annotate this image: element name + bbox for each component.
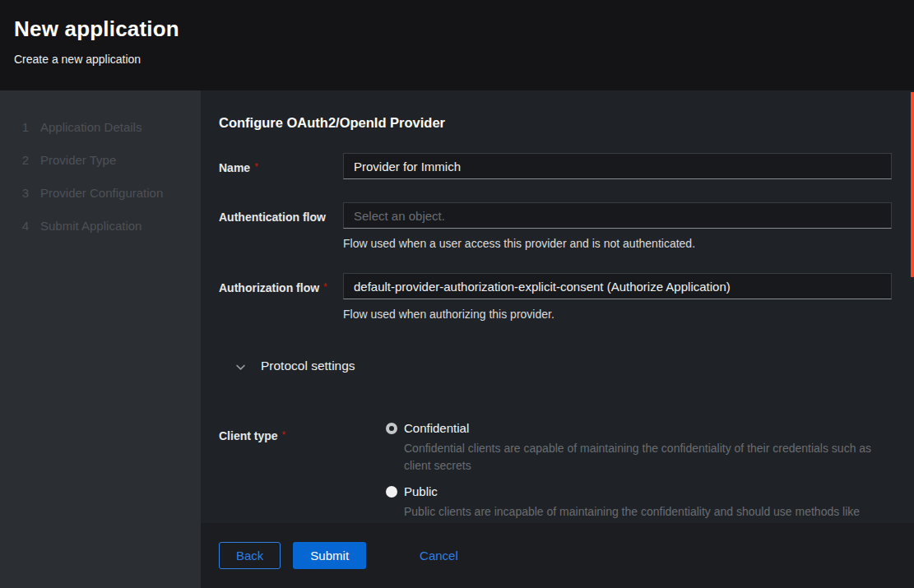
protocol-settings-toggle[interactable]: Protocol settings bbox=[219, 359, 892, 373]
name-label: Name bbox=[219, 161, 250, 174]
authentication-flow-select[interactable] bbox=[343, 202, 892, 229]
radio-public-description: Public clients are incapable of maintain… bbox=[404, 503, 879, 523]
client-type-radio-group: Confidential Confidential clients are ca… bbox=[343, 421, 892, 523]
step-label: Submit Application bbox=[40, 219, 142, 233]
radio-public[interactable] bbox=[386, 486, 397, 498]
radio-confidential-description: Confidential clients are capable of main… bbox=[404, 440, 879, 475]
client-type-label: Client type bbox=[219, 429, 278, 442]
back-button[interactable]: Back bbox=[219, 542, 281, 569]
wizard-main-panel: Configure OAuth2/OpenId Provider Name* A… bbox=[201, 90, 914, 523]
provider-form: Name* Authentication flow Flow used when… bbox=[219, 153, 892, 523]
authentication-flow-label: Authentication flow bbox=[219, 211, 326, 224]
submit-button[interactable]: Submit bbox=[293, 542, 366, 569]
step-submit-application[interactable]: 4 Submit Application bbox=[0, 209, 201, 242]
authorization-flow-select[interactable] bbox=[343, 273, 892, 299]
step-heading: Configure OAuth2/OpenId Provider bbox=[219, 115, 892, 131]
wizard-header: New application Create a new application bbox=[0, 0, 914, 90]
authorization-flow-label: Authorization flow bbox=[219, 281, 319, 294]
step-label: Provider Type bbox=[40, 153, 116, 167]
step-number: 2 bbox=[20, 153, 31, 167]
client-type-row: Client type* Confidential Confidential c… bbox=[219, 421, 892, 523]
step-provider-configuration[interactable]: 3 Provider Configuration bbox=[0, 176, 201, 209]
scrollbar-thumb[interactable] bbox=[911, 92, 914, 277]
radio-confidential[interactable] bbox=[386, 423, 397, 434]
step-number: 4 bbox=[20, 219, 31, 233]
authentication-flow-row: Authentication flow Flow used when a use… bbox=[219, 202, 892, 250]
step-provider-type[interactable]: 2 Provider Type bbox=[0, 143, 201, 176]
chevron-down-icon bbox=[235, 361, 246, 372]
cancel-link[interactable]: Cancel bbox=[420, 549, 458, 563]
page-title: New application bbox=[14, 16, 894, 42]
step-number: 1 bbox=[20, 120, 31, 134]
step-label: Provider Configuration bbox=[40, 186, 163, 200]
authorization-flow-row: Authorization flow* Flow used when autho… bbox=[219, 273, 892, 321]
client-type-option-confidential: Confidential Confidential clients are ca… bbox=[386, 421, 892, 475]
radio-public-label[interactable]: Public bbox=[404, 484, 438, 498]
client-type-option-public: Public Public clients are incapable of m… bbox=[386, 484, 892, 523]
step-label: Application Details bbox=[40, 120, 142, 134]
authentication-flow-helper: Flow used when a user access this provid… bbox=[343, 237, 892, 250]
required-asterisk: * bbox=[282, 429, 286, 441]
authorization-flow-helper: Flow used when authorizing this provider… bbox=[343, 308, 892, 321]
wizard-footer: Back Submit Cancel bbox=[201, 523, 914, 588]
step-application-details[interactable]: 1 Application Details bbox=[0, 110, 201, 143]
name-row: Name* bbox=[219, 153, 892, 179]
required-asterisk: * bbox=[254, 161, 258, 173]
page-subtitle: Create a new application bbox=[14, 53, 894, 66]
protocol-settings-label: Protocol settings bbox=[261, 359, 355, 373]
step-number: 3 bbox=[20, 186, 31, 200]
wizard-step-nav: 1 Application Details 2 Provider Type 3 … bbox=[0, 90, 201, 588]
required-asterisk: * bbox=[323, 281, 327, 293]
name-input[interactable] bbox=[343, 153, 892, 179]
radio-confidential-label[interactable]: Confidential bbox=[404, 421, 469, 435]
